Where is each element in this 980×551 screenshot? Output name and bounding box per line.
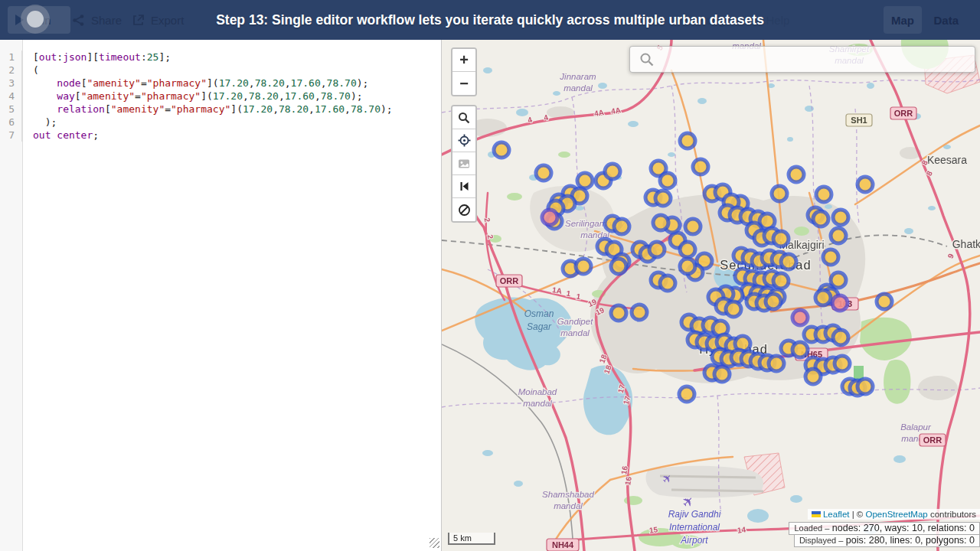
clear-results-button[interactable] xyxy=(452,198,475,221)
poi-marker[interactable] xyxy=(653,215,668,230)
svg-text:NH44: NH44 xyxy=(552,540,574,549)
poi-marker[interactable] xyxy=(792,342,808,357)
poi-marker[interactable] xyxy=(680,242,695,257)
poi-marker[interactable] xyxy=(576,259,591,274)
ghost-toolbar-item[interactable]: Load xyxy=(629,14,654,27)
poi-marker[interactable] xyxy=(815,290,831,305)
poi-marker[interactable] xyxy=(714,367,730,382)
code-line[interactable]: 5 relation["amenity"="pharmacy"](17.20,7… xyxy=(0,103,442,116)
poi-marker-way[interactable] xyxy=(792,310,808,325)
map-panel[interactable]: OsmanSagar JinnarammandalShamirpetmandal… xyxy=(442,40,980,551)
airport-label: International xyxy=(669,522,720,533)
export-image-button-disabled[interactable] xyxy=(452,152,475,175)
poi-marker[interactable] xyxy=(536,165,551,181)
share-button[interactable]: Share xyxy=(64,6,129,34)
leaflet-link[interactable]: Leaflet xyxy=(823,510,850,519)
poi-marker[interactable] xyxy=(858,177,873,192)
svg-text:SH1: SH1 xyxy=(851,116,867,125)
poi-marker[interactable] xyxy=(660,173,675,188)
map-canvas[interactable]: OsmanSagar JinnarammandalShamirpetmandal… xyxy=(442,40,980,551)
poi-marker[interactable] xyxy=(611,259,626,274)
poi-marker[interactable] xyxy=(605,164,620,179)
line-number: 7 xyxy=(0,129,22,142)
poi-marker[interactable] xyxy=(726,302,741,317)
code-line[interactable]: 1[out:json][timeout:25]; xyxy=(0,51,442,64)
road-badge: ORR xyxy=(496,275,522,287)
zoom-in-button[interactable]: + xyxy=(452,49,475,72)
osm-link[interactable]: OpenStreetMap xyxy=(866,510,928,519)
poi-marker[interactable] xyxy=(577,173,593,188)
poi-marker[interactable] xyxy=(660,276,675,291)
road-number-label: 14 xyxy=(737,525,746,535)
poi-marker[interactable] xyxy=(679,386,694,402)
poi-marker[interactable] xyxy=(632,305,647,320)
poi-marker[interactable] xyxy=(611,305,626,321)
query-editor-panel[interactable]: 1[out:json][timeout:25];2(3 node["amenit… xyxy=(0,40,442,551)
top-toolbar: Run Share Export Wizar xyxy=(0,0,980,40)
tab-data[interactable]: Data xyxy=(926,6,966,34)
poi-marker[interactable] xyxy=(858,379,873,394)
code-line[interactable]: 3 node["amenity"="pharmacy"](17.20,78.20… xyxy=(0,77,442,90)
code-line[interactable]: 4 way["amenity"="pharmacy"](17.20,78.20,… xyxy=(0,90,442,103)
poi-marker[interactable] xyxy=(877,294,892,309)
ghost-toolbar-item[interactable]: Settings xyxy=(689,14,730,27)
zoom-out-button[interactable]: − xyxy=(452,72,475,95)
poi-marker[interactable] xyxy=(655,191,671,206)
poi-marker[interactable] xyxy=(789,167,804,182)
poi-marker[interactable] xyxy=(680,259,695,274)
skip-to-start-button[interactable] xyxy=(452,175,475,198)
water-label: Osman xyxy=(524,308,554,319)
poi-marker[interactable] xyxy=(816,187,831,202)
tab-map[interactable]: Map xyxy=(884,6,922,34)
poi-marker[interactable] xyxy=(813,211,828,227)
code-line[interactable]: 6 ); xyxy=(0,116,442,129)
svg-text:ORR: ORR xyxy=(923,435,942,445)
place-label: Ghatkesar xyxy=(952,238,980,250)
export-label: Export xyxy=(151,14,184,27)
export-button[interactable]: Export xyxy=(124,6,191,34)
mandal-label: Moinabad xyxy=(518,387,557,396)
poi-marker[interactable] xyxy=(833,330,848,345)
mandal-label: Jinnaram xyxy=(559,72,596,81)
panel-resize-handle[interactable] xyxy=(430,538,439,548)
poi-marker[interactable] xyxy=(494,142,509,158)
editor-code[interactable]: 1[out:json][timeout:25];2(3 node["amenit… xyxy=(0,40,442,142)
poi-marker[interactable] xyxy=(781,254,796,269)
road-number-label: 4A xyxy=(593,108,605,118)
poi-marker[interactable] xyxy=(685,219,701,234)
poi-marker[interactable] xyxy=(805,369,821,384)
poi-marker[interactable] xyxy=(831,228,846,243)
poi-marker[interactable] xyxy=(614,219,629,234)
poi-marker[interactable] xyxy=(766,294,781,309)
code-line[interactable]: 7out center; xyxy=(0,129,442,142)
road-badge: NH44 xyxy=(547,539,579,551)
poi-marker[interactable] xyxy=(772,186,787,201)
search-location-button[interactable] xyxy=(452,106,475,129)
map-toolbar xyxy=(451,105,477,223)
poi-marker-way[interactable] xyxy=(832,295,848,311)
poi-marker[interactable] xyxy=(823,249,838,265)
overpass-turbo-app: Run Share Export Wizar xyxy=(0,0,980,551)
poi-marker[interactable] xyxy=(693,159,708,174)
status-displayed-label: Displayed – xyxy=(799,536,843,545)
locate-button[interactable] xyxy=(452,129,475,152)
poi-marker-way[interactable] xyxy=(542,210,557,225)
share-icon xyxy=(72,14,85,27)
poi-marker[interactable] xyxy=(773,273,789,289)
ghost-toolbar-item[interactable]: Help xyxy=(766,14,789,27)
image-icon xyxy=(458,158,470,170)
ghost-toolbar-item[interactable]: Save xyxy=(567,14,593,27)
mandal-label: mandal xyxy=(523,399,552,408)
map-search-input[interactable] xyxy=(661,53,975,67)
poi-marker[interactable] xyxy=(680,133,695,148)
share-label: Share xyxy=(91,14,122,27)
ghost-toolbar-item[interactable]: Wizard xyxy=(496,14,532,27)
mandal-label: mandal xyxy=(564,83,593,93)
mandal-label: mandal xyxy=(560,328,590,337)
poi-marker[interactable] xyxy=(649,242,665,257)
code-line[interactable]: 2( xyxy=(0,64,442,77)
poi-marker[interactable] xyxy=(833,210,848,225)
poi-marker[interactable] xyxy=(835,356,850,371)
poi-marker[interactable] xyxy=(773,231,789,246)
poi-marker[interactable] xyxy=(769,356,784,371)
